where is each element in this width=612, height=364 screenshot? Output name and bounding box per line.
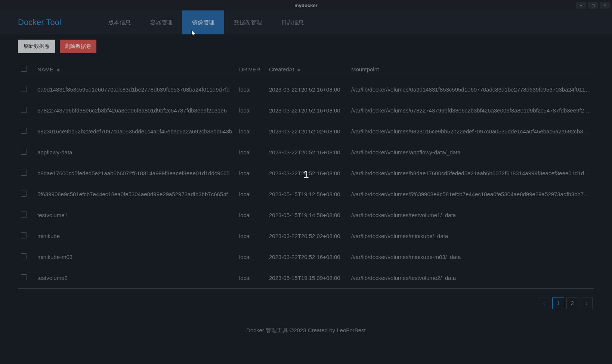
row-name: 9823016ce9bb52b22edef7097c0a0535dde1c4a0…	[34, 121, 236, 142]
pagination-next[interactable]: ›	[581, 297, 593, 309]
row-created: 2023-03-22T20:52:16+08:00	[266, 163, 348, 184]
row-driver: local	[236, 268, 266, 289]
row-created: 2023-03-22T20:52:02+08:00	[266, 226, 348, 247]
checkbox-icon[interactable]	[21, 66, 27, 72]
table-row[interactable]: minikube-m03local2023-03-22T20:52:16+08:…	[18, 247, 594, 268]
row-mount: /var/lib/docker/volumes/5f639908e9c581ef…	[348, 184, 594, 205]
delete-volumes-button[interactable]: 删除数据卷	[60, 40, 96, 53]
row-created: 2023-03-22T20:52:16+08:00	[266, 247, 348, 268]
row-name: testvolume1	[34, 205, 236, 226]
table-row[interactable]: 5f639908e9c581efcb7e44ec18ea0fe5304ae8d9…	[18, 184, 594, 205]
table-row[interactable]: 9823016ce9bb52b22edef7097c0a0535dde1c4a0…	[18, 121, 594, 142]
close-button[interactable]: ✕	[600, 2, 610, 9]
row-created: 2023-05-15T19:14:58+08:00	[266, 205, 348, 226]
row-created: 2023-05-15T19:15:09+08:00	[266, 268, 348, 289]
pagination-page-1[interactable]: 1	[552, 297, 564, 309]
refresh-volumes-button[interactable]: 刷新数据卷	[18, 40, 55, 53]
checkbox-icon[interactable]	[21, 107, 27, 113]
mount-column-header: Mountpoint	[348, 60, 594, 79]
row-mount: /var/lib/docker/volumes/testvolume2/_dat…	[348, 268, 594, 289]
table-row[interactable]: testvolume2local2023-05-15T19:15:09+08:0…	[18, 268, 594, 289]
driver-header-label: DRIVER	[239, 66, 260, 73]
row-checkbox-cell[interactable]	[18, 100, 34, 121]
row-created: 2023-03-22T20:52:16+08:00	[266, 79, 348, 100]
nav-item-容器管理[interactable]: 容器管理	[140, 10, 182, 34]
nav-item-数据卷管理[interactable]: 数据卷管理	[224, 10, 272, 34]
row-driver: local	[236, 226, 266, 247]
driver-column-header: DRIVER	[236, 60, 266, 79]
table-row[interactable]: appflowy-datalocal2023-03-22T20:52:16+08…	[18, 142, 594, 163]
brand-title: Docker Tool	[18, 10, 61, 34]
row-checkbox-cell[interactable]	[18, 142, 34, 163]
maximize-button[interactable]: ▢	[588, 2, 598, 9]
row-name: b8dae17600cd5feded5e21aab6b6072f618314a9…	[34, 163, 236, 184]
row-checkbox-cell[interactable]	[18, 205, 34, 226]
row-name: appflowy-data	[34, 142, 236, 163]
sort-icon	[57, 68, 60, 72]
pagination-page-2[interactable]: 2	[566, 297, 578, 309]
checkbox-icon[interactable]	[21, 212, 27, 218]
volumes-table: 1 NAME DRIVER CreatedAt Mountpo	[18, 60, 594, 289]
top-navbar: Docker Tool 版本信息容器管理镜像管理数据卷管理日志信息	[0, 10, 612, 34]
created-column-header[interactable]: CreatedAt	[266, 60, 348, 79]
window-title: mydocker	[294, 3, 317, 8]
select-all-header[interactable]	[18, 60, 34, 79]
mount-header-label: Mountpoint	[351, 66, 379, 73]
row-checkbox-cell[interactable]	[18, 121, 34, 142]
row-checkbox-cell[interactable]	[18, 163, 34, 184]
row-mount: /var/lib/docker/volumes/67822743796bfd38…	[348, 100, 594, 121]
nav-item-版本信息[interactable]: 版本信息	[99, 10, 140, 34]
row-mount: /var/lib/docker/volumes/testvolume1/_dat…	[348, 205, 594, 226]
checkbox-icon[interactable]	[21, 86, 27, 92]
row-checkbox-cell[interactable]	[18, 247, 34, 268]
row-mount: /var/lib/docker/volumes/appflowy-data/_d…	[348, 142, 594, 163]
table-row[interactable]: 0a9d14831f853c595d1e60770adc83d1be2778d6…	[18, 79, 594, 100]
row-name: testvolume2	[34, 268, 236, 289]
row-mount: /var/lib/docker/volumes/b8dae17600cd5fed…	[348, 163, 594, 184]
row-checkbox-cell[interactable]	[18, 184, 34, 205]
row-mount: /var/lib/docker/volumes/minikube-m03/_da…	[348, 247, 594, 268]
sort-icon	[297, 68, 300, 72]
checkbox-icon[interactable]	[21, 274, 27, 280]
name-header-label: NAME	[37, 66, 53, 73]
row-mount: /var/lib/docker/volumes/9823016ce9bb52b2…	[348, 121, 594, 142]
checkbox-icon[interactable]	[21, 128, 27, 134]
table-row[interactable]: b8dae17600cd5feded5e21aab6b6072f618314a9…	[18, 163, 594, 184]
action-bar: 刷新数据卷 删除数据卷	[18, 40, 594, 53]
row-created: 2023-03-22T20:52:16+08:00	[266, 142, 348, 163]
row-checkbox-cell[interactable]	[18, 268, 34, 289]
window-controls: − ▢ ✕	[576, 2, 610, 9]
checkbox-icon[interactable]	[21, 170, 27, 176]
nav-item-日志信息[interactable]: 日志信息	[272, 10, 313, 34]
table-row[interactable]: 67822743796bfd38e6c2b3bf426a3e006f3a801d…	[18, 100, 594, 121]
nav-items: 版本信息容器管理镜像管理数据卷管理日志信息	[99, 10, 313, 34]
nav-item-镜像管理[interactable]: 镜像管理	[182, 10, 224, 34]
checkbox-icon[interactable]	[21, 149, 27, 155]
row-checkbox-cell[interactable]	[18, 226, 34, 247]
row-name: 5f639908e9c581efcb7e44ec18ea0fe5304ae8d9…	[34, 184, 236, 205]
row-checkbox-cell[interactable]	[18, 79, 34, 100]
row-driver: local	[236, 79, 266, 100]
pagination-prev[interactable]: ‹	[538, 297, 550, 309]
row-mount: /var/lib/docker/volumes/minikube/_data	[348, 226, 594, 247]
row-driver: local	[236, 100, 266, 121]
checkbox-icon[interactable]	[21, 191, 27, 197]
name-column-header[interactable]: NAME	[34, 60, 236, 79]
checkbox-icon[interactable]	[21, 253, 27, 259]
row-name: 67822743796bfd38e6c2b3bf426a3e006f3a801d…	[34, 100, 236, 121]
row-driver: local	[236, 247, 266, 268]
row-driver: local	[236, 163, 266, 184]
row-name: minikube	[34, 226, 236, 247]
checkbox-icon[interactable]	[21, 232, 27, 238]
minimize-button[interactable]: −	[576, 2, 586, 9]
table-row[interactable]: testvolume1local2023-05-15T19:14:58+08:0…	[18, 205, 594, 226]
footer-text: Docker 管理工具 ©2023 Created by LeoForBest	[0, 327, 612, 334]
table-row[interactable]: minikubelocal2023-03-22T20:52:02+08:00/v…	[18, 226, 594, 247]
row-name: minikube-m03	[34, 247, 236, 268]
row-created: 2023-05-15T19:12:56+08:00	[266, 184, 348, 205]
row-driver: local	[236, 184, 266, 205]
row-driver: local	[236, 205, 266, 226]
row-driver: local	[236, 142, 266, 163]
pagination: ‹ 12 ›	[18, 289, 594, 309]
row-mount: /var/lib/docker/volumes/0a9d14831f853c59…	[348, 79, 594, 100]
